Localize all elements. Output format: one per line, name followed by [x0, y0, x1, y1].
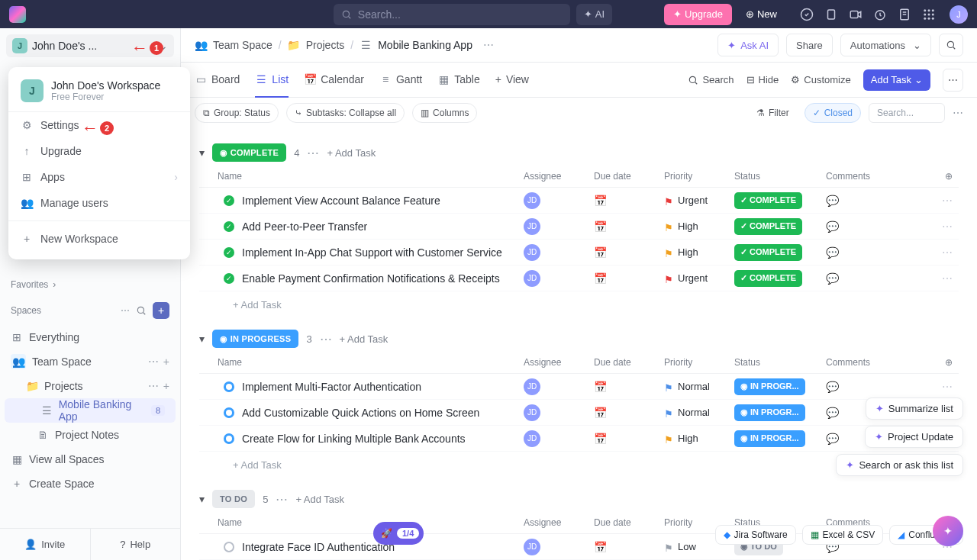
tab-list[interactable]: ☰List: [255, 63, 289, 98]
column-due[interactable]: Due date: [594, 517, 664, 528]
status-dot-icon[interactable]: [224, 273, 234, 284]
check-circle-icon[interactable]: [800, 8, 814, 21]
task-name[interactable]: Create Flow for Linking Multiple Bank Ac…: [234, 433, 524, 445]
ai-button[interactable]: ✦ AI: [576, 4, 612, 25]
breadcrumb-team-space[interactable]: Team Space: [213, 39, 272, 51]
column-due[interactable]: Due date: [594, 357, 664, 368]
assignee-avatar[interactable]: JD: [524, 192, 540, 209]
project-update-chip[interactable]: ✦Project Update: [865, 426, 963, 448]
plus-icon[interactable]: +: [163, 356, 169, 368]
column-name[interactable]: Name: [199, 517, 524, 528]
import-jira[interactable]: ◆Jira Software: [715, 525, 796, 545]
status-dot-icon[interactable]: [224, 433, 234, 444]
calendar-icon[interactable]: 📅: [594, 195, 607, 207]
group-chip[interactable]: ⧉Group: Status: [195, 103, 279, 123]
comment-icon[interactable]: 💬: [826, 220, 839, 233]
calendar-icon[interactable]: 📅: [594, 220, 607, 233]
task-row[interactable]: Enable Payment Confirmation Notification…: [199, 266, 959, 291]
sidebar-item-team-space[interactable]: 👥 Team Space ⋯+: [0, 349, 180, 374]
priority-cell[interactable]: ⚑High: [664, 433, 734, 444]
automations-button[interactable]: Automations⌄: [840, 34, 931, 56]
status-dot-icon[interactable]: [224, 542, 234, 552]
assignee-avatar[interactable]: JD: [524, 539, 540, 555]
comment-icon[interactable]: 💬: [826, 246, 839, 259]
import-excel[interactable]: ▦Excel & CSV: [802, 525, 884, 545]
status-badge[interactable]: ✓ COMPLETE: [734, 270, 802, 287]
more-icon[interactable]: ⋯: [148, 356, 159, 368]
sidebar-item-projects[interactable]: 📁 Projects ⋯+: [0, 374, 180, 398]
favorites-section[interactable]: Favorites ›: [0, 273, 180, 296]
task-name[interactable]: Enable Payment Confirmation Notification…: [234, 272, 524, 285]
task-name[interactable]: Add Customizable Quick Actions on Home S…: [234, 407, 524, 419]
share-button[interactable]: Share: [786, 34, 833, 56]
sidebar-item-create-space[interactable]: + Create Space: [0, 471, 180, 496]
invite-button[interactable]: 👤Invite: [0, 529, 91, 560]
comment-icon[interactable]: 💬: [826, 195, 839, 207]
page-search-button[interactable]: [939, 34, 963, 56]
column-assignee[interactable]: Assignee: [524, 171, 594, 182]
ask-ai-button[interactable]: ✦Ask AI: [717, 34, 779, 56]
status-dot-icon[interactable]: [224, 381, 234, 392]
priority-cell[interactable]: ⚑Urgent: [664, 195, 734, 206]
filter-button[interactable]: ⚗Filter: [749, 103, 797, 123]
column-priority[interactable]: Priority: [664, 357, 734, 368]
customize-button[interactable]: ⚙Customize: [791, 74, 850, 85]
assignee-avatar[interactable]: JD: [524, 218, 540, 235]
global-search[interactable]: Search...: [334, 4, 570, 25]
user-avatar[interactable]: J: [950, 5, 968, 24]
assignee-avatar[interactable]: JD: [524, 378, 540, 395]
tab-calendar[interactable]: 📅Calendar: [304, 63, 364, 98]
comment-icon[interactable]: 💬: [826, 381, 839, 393]
status-pill-progress[interactable]: ◉ IN PROGRESS: [212, 330, 298, 348]
hide-button[interactable]: ⊟Hide: [746, 74, 779, 85]
row-more-icon[interactable]: ⋯: [942, 246, 959, 259]
upgrade-button[interactable]: ✦ Upgrade: [664, 4, 732, 25]
status-badge[interactable]: ◉ IN PROGR...: [734, 430, 805, 447]
more-icon[interactable]: ⋯: [121, 305, 130, 316]
calendar-icon[interactable]: 📅: [594, 381, 607, 393]
row-more-icon[interactable]: ⋯: [942, 381, 959, 393]
status-badge[interactable]: ◉ IN PROGR...: [734, 378, 805, 395]
status-dot-icon[interactable]: [224, 195, 234, 206]
notepad-icon[interactable]: [898, 8, 911, 21]
group-add-task[interactable]: + Add Task: [340, 333, 389, 345]
task-row[interactable]: Add Peer-to-Peer Transfer JD 📅 ⚑High ✓ C…: [199, 214, 959, 240]
dropdown-apps[interactable]: ⊞Apps›: [8, 164, 190, 190]
priority-cell[interactable]: ⚑Urgent: [664, 272, 734, 284]
group-add-task[interactable]: + Add Task: [295, 494, 344, 505]
status-badge[interactable]: ✓ COMPLETE: [734, 244, 802, 261]
status-pill-todo[interactable]: TO DO: [212, 490, 255, 508]
column-status[interactable]: Status: [734, 357, 826, 368]
assignee-avatar[interactable]: JD: [524, 244, 540, 261]
tab-table[interactable]: ▦Table: [437, 63, 479, 98]
more-icon[interactable]: ⋯: [148, 380, 159, 392]
views-search-button[interactable]: Search: [688, 74, 734, 85]
summarize-chip[interactable]: ✦Summarize list: [866, 397, 963, 420]
status-dot-icon[interactable]: [224, 407, 234, 418]
group-more-icon[interactable]: ⋯: [276, 492, 288, 507]
onboarding-progress[interactable]: 🚀 1/4: [373, 522, 424, 545]
group-more-icon[interactable]: ⋯: [320, 332, 332, 346]
status-badge[interactable]: ✓ COMPLETE: [734, 218, 802, 235]
task-name[interactable]: Implement Multi-Factor Authentication: [234, 381, 524, 393]
task-row[interactable]: Implement Multi-Factor Authentication JD…: [199, 374, 959, 400]
row-more-icon[interactable]: ⋯: [942, 195, 959, 207]
sidebar-item-view-all-spaces[interactable]: ▦ View all Spaces: [0, 447, 180, 471]
sidebar-item-mobile-banking[interactable]: ☰ Mobile Banking App 8: [5, 398, 176, 423]
more-icon[interactable]: ⋯: [483, 39, 494, 51]
column-comments[interactable]: Comments: [826, 171, 896, 182]
add-space-button[interactable]: +: [153, 302, 169, 319]
calendar-icon[interactable]: 📅: [594, 541, 607, 553]
calendar-icon[interactable]: 📅: [594, 272, 607, 285]
add-column-button[interactable]: ⊕: [945, 357, 959, 368]
task-name[interactable]: Add Peer-to-Peer Transfer: [234, 220, 524, 233]
calendar-icon[interactable]: 📅: [594, 246, 607, 259]
task-row[interactable]: Implement In-App Chat Support with Custo…: [199, 240, 959, 266]
assignee-avatar[interactable]: JD: [524, 404, 540, 421]
add-task-button[interactable]: Add Task⌄: [863, 69, 930, 91]
new-button[interactable]: ⊕ New: [738, 4, 785, 25]
more-button[interactable]: ⋯: [943, 69, 963, 92]
column-name[interactable]: Name: [199, 171, 524, 182]
video-icon[interactable]: [849, 8, 863, 21]
calendar-icon[interactable]: 📅: [594, 433, 607, 445]
